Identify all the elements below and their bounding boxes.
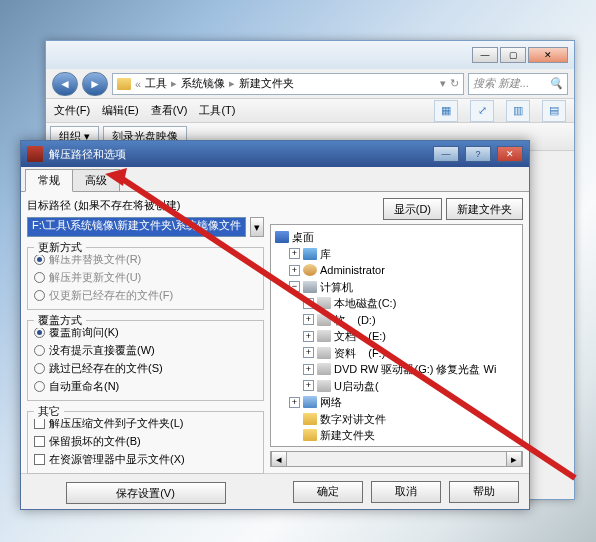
tab-general[interactable]: 常规 <box>25 169 73 192</box>
chevron-icon: ▸ <box>229 77 235 90</box>
new-folder-button[interactable]: 新建文件夹 <box>446 198 523 220</box>
horizontal-scrollbar[interactable]: ◂ ▸ <box>270 451 523 467</box>
save-settings-button[interactable]: 保存设置(V) <box>66 482 226 504</box>
tree-item-folder[interactable]: 桌面文件 <box>320 444 364 448</box>
radio-skip[interactable]: 跳过已经存在的文件(S) <box>34 361 257 376</box>
minimize-button[interactable]: — <box>472 47 498 63</box>
user-icon <box>303 264 317 276</box>
dropdown-icon[interactable]: ▾ <box>440 77 446 90</box>
expand-toggle[interactable]: + <box>303 331 314 342</box>
tree-item-drive-e[interactable]: 文档 (E:) <box>334 328 386 345</box>
tree-item-desktop[interactable]: 桌面 <box>292 229 314 246</box>
chevron-icon: ▸ <box>171 77 177 90</box>
back-button[interactable]: ◄ <box>52 72 78 96</box>
radio-extract-update[interactable]: 解压并更新文件(U) <box>34 270 257 285</box>
folder-tree[interactable]: 桌面 +库 +Administrator −计算机 +本地磁盘(C:) +软 (… <box>270 224 523 447</box>
dialog-help-button[interactable]: ? <box>465 146 491 162</box>
explorer-nav: ◄ ► « 工具 ▸ 系统镜像 ▸ 新建文件夹 ▾ ↻ 搜索 新建... 🔍 <box>46 69 574 99</box>
dialog-title: 解压路径和选项 <box>49 147 427 162</box>
extract-dialog: 解压路径和选项 — ? ✕ 常规 高级 目标路径 (如果不存在将被创建) F:\… <box>20 140 530 510</box>
dialog-tabs: 常规 高级 <box>21 167 529 191</box>
expand-icon[interactable]: ⤢ <box>470 100 494 122</box>
folder-icon <box>303 413 317 425</box>
expand-toggle[interactable]: + <box>303 314 314 325</box>
dialog-titlebar: 解压路径和选项 — ? ✕ <box>21 141 529 167</box>
expand-toggle[interactable]: + <box>303 298 314 309</box>
check-subfolder[interactable]: 解压压缩文件到子文件夹(L) <box>34 416 257 431</box>
dialog-minimize-button[interactable]: — <box>433 146 459 162</box>
tab-advanced[interactable]: 高级 <box>72 169 120 191</box>
search-input[interactable]: 搜索 新建... 🔍 <box>468 73 568 95</box>
folder-icon <box>303 429 317 441</box>
menu-tools[interactable]: 工具(T) <box>199 103 235 118</box>
dialog-close-button[interactable]: ✕ <box>497 146 523 162</box>
explorer-titlebar: — ▢ ✕ <box>46 41 574 69</box>
maximize-button[interactable]: ▢ <box>500 47 526 63</box>
desktop-icon <box>275 231 289 243</box>
drive-icon <box>317 297 331 309</box>
search-placeholder: 搜索 新建... <box>473 76 529 91</box>
menu-edit[interactable]: 编辑(E) <box>102 103 139 118</box>
ok-button[interactable]: 确定 <box>293 481 363 503</box>
tree-item-libraries[interactable]: 库 <box>320 246 331 263</box>
tree-item-folder[interactable]: 新建文件夹 <box>320 427 375 444</box>
check-show-explorer[interactable]: 在资源管理器中显示文件(X) <box>34 452 257 467</box>
tree-item-drive-f[interactable]: 资料 (F:) <box>334 345 385 362</box>
chevron-icon: « <box>135 78 141 90</box>
group-title: 其它 <box>34 404 64 419</box>
cancel-button[interactable]: 取消 <box>371 481 441 503</box>
radio-rename[interactable]: 自动重命名(N) <box>34 379 257 394</box>
overwrite-mode-group: 覆盖方式 覆盖前询问(K) 没有提示直接覆盖(W) 跳过已经存在的文件(S) 自… <box>27 320 264 401</box>
breadcrumb[interactable]: « 工具 ▸ 系统镜像 ▸ 新建文件夹 ▾ ↻ <box>112 73 464 95</box>
tree-item-network[interactable]: 网络 <box>320 394 342 411</box>
expand-toggle[interactable]: + <box>303 380 314 391</box>
refresh-icon[interactable]: ↻ <box>450 77 459 90</box>
expand-toggle[interactable]: + <box>289 248 300 259</box>
radio-update-existing[interactable]: 仅更新已经存在的文件(F) <box>34 288 257 303</box>
tree-item-udisk[interactable]: U启动盘( <box>334 378 379 395</box>
scroll-right-button[interactable]: ▸ <box>506 452 522 466</box>
tree-item-dvd[interactable]: DVD RW 驱动器(G:) 修复光盘 Wi <box>334 361 496 378</box>
folder-icon <box>117 78 131 90</box>
expand-toggle[interactable]: + <box>289 397 300 408</box>
breadcrumb-item[interactable]: 工具 <box>145 76 167 91</box>
forward-button[interactable]: ► <box>82 72 108 96</box>
update-mode-group: 更新方式 解压并替换文件(R) 解压并更新文件(U) 仅更新已经存在的文件(F) <box>27 247 264 310</box>
tile-icon[interactable]: ▥ <box>506 100 530 122</box>
drive-icon <box>317 330 331 342</box>
check-keep-broken[interactable]: 保留损坏的文件(B) <box>34 434 257 449</box>
path-input[interactable]: F:\工具\系统镜像\新建文件夹\系统镜像文件 <box>27 217 246 237</box>
computer-icon <box>303 281 317 293</box>
tree-item-folder[interactable]: 数字对讲文件 <box>320 411 386 428</box>
expand-toggle[interactable]: + <box>303 364 314 375</box>
breadcrumb-item[interactable]: 新建文件夹 <box>239 76 294 91</box>
group-title: 更新方式 <box>34 240 86 255</box>
collapse-toggle[interactable]: − <box>289 281 300 292</box>
path-dropdown-button[interactable]: ▾ <box>250 217 264 237</box>
folder-icon <box>303 446 317 447</box>
tree-item-drive-c[interactable]: 本地磁盘(C:) <box>334 295 396 312</box>
network-icon <box>303 396 317 408</box>
menu-file[interactable]: 文件(F) <box>54 103 90 118</box>
tree-item-computer[interactable]: 计算机 <box>320 279 353 296</box>
search-icon: 🔍 <box>549 77 563 90</box>
misc-group: 其它 解压压缩文件到子文件夹(L) 保留损坏的文件(B) 在资源管理器中显示文件… <box>27 411 264 474</box>
show-button[interactable]: 显示(D) <box>383 198 442 220</box>
expand-toggle[interactable]: + <box>303 347 314 358</box>
path-label: 目标路径 (如果不存在将被创建) <box>27 198 264 213</box>
usb-icon <box>317 380 331 392</box>
radio-overwrite[interactable]: 没有提示直接覆盖(W) <box>34 343 257 358</box>
tree-item-drive-d[interactable]: 软 (D:) <box>334 312 376 329</box>
expand-toggle[interactable]: + <box>289 265 300 276</box>
help-button[interactable]: 帮助 <box>449 481 519 503</box>
breadcrumb-item[interactable]: 系统镜像 <box>181 76 225 91</box>
layout-icon[interactable]: ▦ <box>434 100 458 122</box>
list-icon[interactable]: ▤ <box>542 100 566 122</box>
drive-icon <box>317 314 331 326</box>
drive-icon <box>317 347 331 359</box>
tree-item-admin[interactable]: Administrator <box>320 262 385 279</box>
archive-icon <box>27 146 43 162</box>
scroll-left-button[interactable]: ◂ <box>271 452 287 466</box>
menu-view[interactable]: 查看(V) <box>151 103 188 118</box>
close-button[interactable]: ✕ <box>528 47 568 63</box>
